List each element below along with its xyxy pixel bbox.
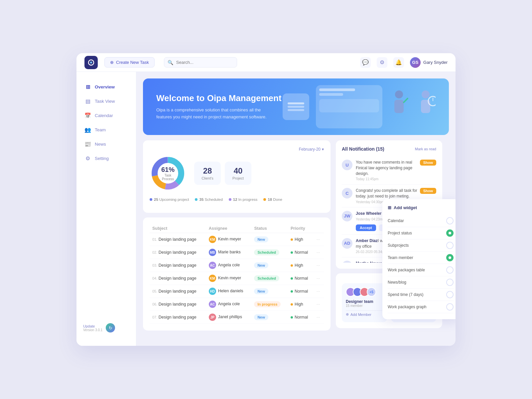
widget-toggle[interactable]	[446, 266, 454, 274]
task-subject: 06. Design landing page	[150, 298, 206, 311]
widget-toggle[interactable]	[446, 291, 454, 298]
messages-icon[interactable]: 💬	[360, 57, 371, 68]
widget-item-label: Project status	[388, 231, 412, 235]
widget-item: Spend time (7 days)	[388, 289, 454, 301]
svg-point-5	[422, 90, 430, 98]
sidebar-item-team[interactable]: 👥 Team	[76, 123, 136, 137]
accept-button[interactable]: Accept	[356, 224, 376, 231]
add-member-button[interactable]: ⊕ Add Member	[346, 310, 383, 318]
legend-scheduled: 35 Scheduled	[195, 198, 222, 201]
topbar: ⊕ Create New Task 🔍 💬 ⚙ 🔔 GS Gary Snyder	[76, 53, 456, 72]
widget-icon: ⊞	[388, 205, 391, 210]
task-actions[interactable]: ···	[314, 311, 324, 324]
sidebar-item-overview[interactable]: ⊞ Overview	[76, 80, 136, 94]
hero-subtitle: Oipa is a comprehensive solution that co…	[156, 107, 269, 121]
task-actions[interactable]: ···	[314, 233, 324, 246]
clients-stat: 28 Client's	[194, 162, 221, 185]
mark-read-button[interactable]: Mark as read	[415, 147, 436, 151]
widget-toggle[interactable]	[446, 217, 454, 224]
notif-avatar: JW	[342, 211, 352, 221]
table-row: 05. Design landing page HDHelen daniels …	[150, 285, 324, 298]
app-logo	[84, 56, 98, 69]
table-row: 01. Design landing page KMKevin meyer Ne…	[150, 233, 324, 246]
task-status: New	[251, 285, 288, 298]
sidebar-item-calendar[interactable]: 📅 Calendar	[76, 108, 136, 123]
clients-label: Client's	[200, 176, 215, 180]
widget-item: News/blog	[388, 276, 454, 289]
svg-rect-6	[421, 100, 430, 113]
task-subject: 07. Design landing page	[150, 311, 206, 324]
sidebar: ⊞ Overview ▤ Task View 📅 Calendar 👥 Team…	[76, 72, 136, 346]
user-area[interactable]: GS Gary Snyder	[410, 57, 448, 68]
task-assignee: ACAngela cole	[206, 259, 252, 272]
team-icon: 👥	[84, 127, 91, 133]
sidebar-item-setting[interactable]: ⚙ Setting	[76, 151, 136, 166]
notif-avatar: C	[342, 188, 352, 199]
team-card: +5 Designer team 15 member ⊕ Add Member	[342, 283, 387, 322]
sidebar-item-news[interactable]: 📰 News	[76, 137, 136, 151]
task-status: Scheduled	[251, 246, 288, 259]
table-row: 04. Design landing page KMKevin meyer Sc…	[150, 272, 324, 285]
svg-point-1	[90, 62, 92, 64]
sidebar-item-taskview[interactable]: ▤ Task View	[76, 94, 136, 108]
widget-item-label: News/blog	[388, 280, 406, 285]
table-row: 03. Design landing page ACAngela cole Ne…	[150, 259, 324, 272]
hero-title: Welcome to Oipa Management	[156, 93, 282, 103]
widget-item-label: Team member	[388, 255, 413, 260]
show-button[interactable]: Show	[420, 188, 436, 194]
widget-toggle[interactable]	[446, 242, 454, 249]
dashboard-shape	[316, 85, 382, 128]
person1-illustration	[389, 88, 409, 125]
sidebar-label-taskview: Task View	[95, 99, 115, 104]
widget-toggle[interactable]	[446, 279, 454, 286]
task-assignee: HDHelen daniels	[206, 285, 252, 298]
add-member-label: Add Member	[350, 313, 371, 317]
notif-avatar: MN	[342, 261, 352, 263]
settings-icon[interactable]: ⚙	[377, 57, 387, 68]
task-actions[interactable]: ···	[314, 298, 324, 311]
date-selector[interactable]: February-20 ▾	[299, 147, 324, 152]
avatar: GS	[410, 57, 421, 68]
calendar-line3	[288, 109, 304, 111]
task-assignee: ACAngela cole	[206, 298, 252, 311]
task-actions[interactable]: ···	[314, 272, 324, 285]
search-input[interactable]	[164, 57, 237, 67]
task-priority: Normal	[288, 246, 314, 259]
table-row: 07. Design landing page JPJanet phillips…	[150, 311, 324, 324]
sidebar-bottom: Update Version 3.0.1 ↻	[76, 318, 136, 338]
notification-item: U You have new comments in real Finical …	[342, 156, 436, 185]
table-row: 06. Design landing page ACAngela cole In…	[150, 298, 324, 311]
clients-number: 28	[200, 166, 215, 176]
task-status: New	[251, 259, 288, 272]
widget-toggle[interactable]	[446, 229, 454, 237]
date-label: February-20	[299, 147, 321, 152]
legend-upcoming: 25 Upcoming project	[150, 198, 189, 201]
donut-chart: 61% Task Process	[150, 155, 186, 192]
task-subject: 05. Design landing page	[150, 285, 206, 298]
task-actions[interactable]: ···	[314, 246, 324, 259]
update-icon: ↻	[106, 323, 115, 332]
task-priority: Normal	[288, 285, 314, 298]
task-priority: High	[288, 259, 314, 272]
notifications-icon[interactable]: 🔔	[393, 57, 404, 68]
sidebar-label-setting: Setting	[95, 156, 109, 161]
widget-toggle[interactable]	[446, 254, 454, 261]
widget-item-label: Calendar	[388, 218, 404, 223]
task-actions[interactable]: ···	[314, 285, 324, 298]
task-status: Scheduled	[251, 272, 288, 285]
widget-toggle[interactable]	[446, 303, 454, 311]
card-header: February-20 ▾	[150, 147, 324, 152]
widget-item: Calendar	[388, 215, 454, 227]
task-status: New	[251, 233, 288, 246]
dash-line1	[319, 88, 355, 91]
create-task-button[interactable]: ⊕ Create New Task	[104, 57, 155, 67]
task-actions[interactable]: ···	[314, 259, 324, 272]
task-priority: High	[288, 233, 314, 246]
dropdown-icon: ▾	[322, 147, 324, 152]
widget-panel: ⊞ Add widget Calendar Project status Sub…	[382, 199, 456, 319]
calendar-line2	[288, 106, 304, 108]
show-button[interactable]: Show	[420, 160, 436, 166]
calendar-icon: 📅	[84, 112, 91, 119]
donut-center: 61% Task Process	[159, 166, 177, 181]
person2-illustration	[416, 88, 436, 125]
